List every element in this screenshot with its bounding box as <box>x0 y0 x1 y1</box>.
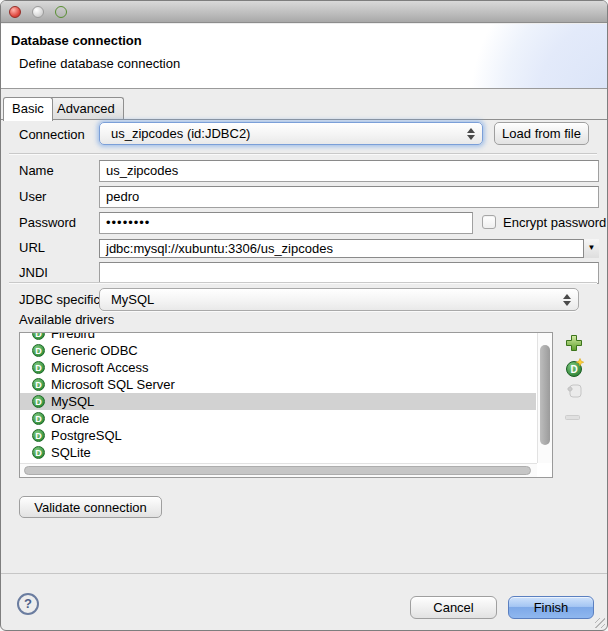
page-title: Database connection <box>11 33 142 48</box>
vertical-scrollbar-thumb[interactable] <box>540 345 550 445</box>
drivers-list-rows: D Firebird D Generic ODBC D Microsoft Ac… <box>20 332 536 461</box>
url-label: URL <box>19 240 45 255</box>
user-input[interactable]: pedro <box>99 186 599 208</box>
encrypt-password-checkbox[interactable] <box>482 215 496 229</box>
tab-basic[interactable]: Basic <box>3 97 53 121</box>
separator <box>9 153 597 155</box>
user-label: User <box>19 189 46 204</box>
popup-stepper-icon <box>563 294 570 306</box>
tab-advanced[interactable]: Advanced <box>48 97 124 119</box>
connection-label: Connection <box>19 127 85 142</box>
driver-icon: D <box>32 429 45 442</box>
driver-row[interactable]: D SQLite <box>20 444 536 461</box>
popup-stepper-icon <box>467 128 474 140</box>
jdbc-specific-select-value: MySQL <box>111 292 154 307</box>
drivers-list[interactable]: D Firebird D Generic ODBC D Microsoft Ac… <box>19 332 553 478</box>
driver-row[interactable]: D PostgreSQL <box>20 427 536 444</box>
cancel-button[interactable]: Cancel <box>410 596 497 619</box>
remove-driver-icon <box>565 409 581 424</box>
close-window-button[interactable] <box>9 6 21 18</box>
horizontal-scrollbar[interactable] <box>20 463 537 477</box>
validate-connection-button[interactable]: Validate connection <box>19 496 162 518</box>
page-subtitle: Define database connection <box>19 56 180 71</box>
help-icon: ? <box>24 596 32 611</box>
driver-label: Firebird <box>51 332 95 341</box>
finish-button[interactable]: Finish <box>508 596 594 619</box>
driver-icon: D <box>32 412 45 425</box>
load-from-file-button[interactable]: Load from file <box>494 122 589 145</box>
encrypt-password-label: Encrypt password <box>503 215 606 230</box>
vertical-scrollbar[interactable] <box>537 333 552 463</box>
driver-label: SQLite <box>51 445 91 460</box>
driver-icon: D <box>32 361 45 374</box>
password-input[interactable]: •••••••• <box>99 212 473 234</box>
add-driver-icon[interactable] <box>565 334 583 355</box>
jdbc-specific-label: JDBC specific <box>19 292 100 307</box>
jndi-label: JNDI <box>19 265 48 280</box>
driver-row[interactable]: D Microsoft SQL Server <box>20 376 536 393</box>
jdbc-specific-select[interactable]: MySQL <box>99 288 579 311</box>
driver-row[interactable]: D Oracle <box>20 410 536 427</box>
driver-label: Generic ODBC <box>51 343 138 358</box>
name-input[interactable]: us_zipcodes <box>99 160 599 182</box>
svg-text:D: D <box>570 364 577 375</box>
driver-icon: D <box>32 344 45 357</box>
driver-label: Microsoft SQL Server <box>51 377 175 392</box>
driver-icon: D <box>32 446 45 459</box>
driver-label: PostgreSQL <box>51 428 122 443</box>
window-titlebar[interactable] <box>1 1 607 23</box>
connection-select[interactable]: us_zipcodes (id:JDBC2) <box>99 122 483 145</box>
url-combo-input[interactable]: jdbc:mysql://xubuntu:3306/us_zipcodes <box>99 239 599 258</box>
zoom-window-button[interactable] <box>55 6 67 18</box>
connection-select-value: us_zipcodes (id:JDBC2) <box>111 126 250 141</box>
driver-row[interactable]: D MySQL <box>20 393 536 410</box>
resize-grip[interactable] <box>595 618 605 628</box>
driver-icon: D <box>32 378 45 391</box>
driver-label: MySQL <box>51 394 94 409</box>
driver-row[interactable]: D Microsoft Access <box>20 359 536 376</box>
password-label: Password <box>19 215 76 230</box>
wizard-banner: Database connection Define database conn… <box>1 24 607 89</box>
url-dropdown-icon[interactable]: ▼ <box>583 239 599 258</box>
jndi-input[interactable] <box>99 262 599 284</box>
footer-separator <box>1 573 607 574</box>
copy-driver-icon[interactable]: D <box>565 358 585 381</box>
banner-swoosh-graphic <box>437 24 607 89</box>
tab-strip: Basic Advanced <box>1 97 607 120</box>
separator <box>9 282 597 284</box>
driver-icon: D <box>32 332 45 340</box>
driver-row[interactable]: D Generic ODBC <box>20 342 536 359</box>
help-button[interactable]: ? <box>17 593 39 615</box>
database-connection-dialog: Database connection Define database conn… <box>0 0 608 631</box>
name-label: Name <box>19 163 54 178</box>
edit-driver-icon <box>565 383 583 402</box>
driver-icon: D <box>32 395 45 408</box>
minimize-window-button[interactable] <box>32 6 44 18</box>
driver-row[interactable]: D Firebird <box>20 332 536 342</box>
available-drivers-label: Available drivers <box>19 312 114 327</box>
horizontal-scrollbar-thumb[interactable] <box>24 466 531 475</box>
driver-label: Microsoft Access <box>51 360 149 375</box>
driver-label: Oracle <box>51 411 89 426</box>
